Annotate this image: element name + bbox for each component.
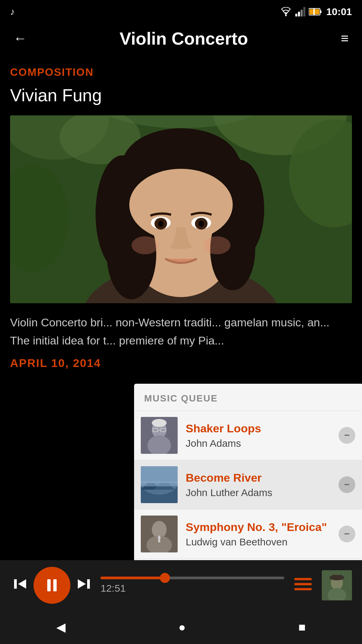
queue-item[interactable]: Symphony No. 3, "Eroica" Ludwig van Beet… bbox=[134, 509, 362, 559]
queue-item-thumb-beethoven bbox=[141, 516, 178, 552]
music-note-icon: ♪ bbox=[10, 6, 15, 17]
description-text: Violin Concerto bri... non-Western tradi… bbox=[10, 313, 352, 350]
queue-item[interactable]: Become River John Luther Adams − bbox=[134, 460, 362, 509]
queue-item-title-shaker: Shaker Loops bbox=[186, 422, 335, 435]
svg-rect-1 bbox=[295, 14, 297, 16]
progress-handle[interactable] bbox=[160, 573, 170, 583]
svg-point-31 bbox=[198, 221, 204, 227]
queue-item-thumb-shaker bbox=[141, 417, 178, 454]
svg-rect-3 bbox=[301, 10, 303, 16]
svg-rect-57 bbox=[294, 578, 312, 580]
queue-item-thumb-river bbox=[141, 466, 178, 503]
queue-item-info-shaker: Shaker Loops John Adams bbox=[186, 422, 335, 449]
player-time: 12:51 bbox=[101, 583, 284, 594]
header: ← Violin Concerto ≡ bbox=[0, 21, 362, 56]
battery-icon bbox=[309, 8, 322, 16]
prev-button[interactable] bbox=[10, 574, 30, 597]
progress-bar[interactable] bbox=[101, 577, 284, 579]
svg-point-40 bbox=[152, 419, 167, 427]
queue-remove-shaker[interactable]: − bbox=[339, 427, 355, 444]
svg-rect-4 bbox=[303, 7, 305, 16]
prev-icon bbox=[13, 577, 27, 591]
svg-marker-55 bbox=[78, 579, 86, 589]
svg-point-0 bbox=[285, 15, 287, 16]
queue-item-artist-shaker: John Adams bbox=[186, 438, 335, 449]
signal-icon bbox=[295, 7, 305, 16]
queue-toggle-button[interactable] bbox=[291, 573, 315, 598]
next-icon bbox=[77, 577, 90, 591]
section-label: COMPOSITION bbox=[10, 66, 352, 78]
svg-rect-47 bbox=[141, 481, 178, 486]
composer-image bbox=[10, 115, 352, 303]
svg-rect-46 bbox=[141, 466, 178, 483]
pause-icon bbox=[47, 579, 57, 591]
pause-bar-left bbox=[47, 579, 51, 591]
pause-bar-right bbox=[53, 579, 57, 591]
queue-header: MUSIC QUEUE bbox=[134, 384, 362, 411]
status-icons bbox=[280, 7, 322, 16]
svg-marker-53 bbox=[18, 579, 26, 589]
svg-point-30 bbox=[158, 221, 164, 227]
nav-recents-button[interactable]: ■ bbox=[288, 615, 316, 639]
main-content: COMPOSITION Vivian Fung bbox=[0, 56, 362, 370]
date-label: APRIL 10, 2014 bbox=[10, 357, 352, 370]
svg-rect-2 bbox=[298, 12, 300, 16]
nav-back-button[interactable]: ◀ bbox=[46, 615, 76, 639]
page-title: Violin Concerto bbox=[120, 29, 248, 49]
next-button[interactable] bbox=[74, 574, 94, 597]
svg-rect-6 bbox=[320, 10, 321, 13]
queue-item-artist-beethoven: Ludwig van Beethoven bbox=[186, 536, 335, 548]
pause-button[interactable] bbox=[34, 567, 70, 604]
queue-item-artist-river: John Luther Adams bbox=[186, 487, 335, 498]
status-bar-right: 10:01 bbox=[280, 6, 352, 17]
svg-rect-58 bbox=[294, 583, 312, 585]
player-bar: 12:51 bbox=[0, 560, 362, 610]
queue-item-info-beethoven: Symphony No. 3, "Eroica" Ludwig van Beet… bbox=[186, 521, 335, 548]
queue-item-title-beethoven: Symphony No. 3, "Eroica" bbox=[186, 521, 335, 534]
composer-portrait-svg bbox=[10, 115, 352, 303]
svg-rect-56 bbox=[87, 579, 90, 589]
progress-fill bbox=[101, 577, 165, 579]
player-progress-section: 12:51 bbox=[101, 577, 284, 594]
svg-point-33 bbox=[203, 236, 231, 255]
beethoven-thumb-art bbox=[141, 516, 178, 552]
svg-rect-59 bbox=[294, 588, 312, 590]
clock: 10:01 bbox=[326, 6, 352, 17]
wifi-icon bbox=[280, 7, 292, 16]
queue-icon bbox=[294, 577, 312, 591]
queue-item-info-river: Become River John Luther Adams bbox=[186, 471, 335, 498]
queue-item-title-river: Become River bbox=[186, 471, 335, 484]
svg-point-32 bbox=[131, 236, 159, 255]
queue-remove-river[interactable]: − bbox=[339, 476, 355, 493]
composer-name: Vivian Fung bbox=[10, 85, 352, 105]
music-queue-panel: MUSIC QUEUE Shaker Loops bbox=[134, 384, 362, 577]
now-playing-thumb bbox=[322, 570, 352, 600]
player-thumb-art bbox=[322, 570, 352, 600]
queue-item[interactable]: Shaker Loops John Adams − bbox=[134, 411, 362, 460]
player-controls bbox=[10, 567, 94, 604]
back-button[interactable]: ← bbox=[10, 28, 30, 49]
svg-rect-52 bbox=[158, 536, 160, 542]
minus-icon: − bbox=[344, 431, 350, 440]
shaker-thumb-art bbox=[141, 417, 178, 454]
minus-icon: − bbox=[344, 480, 350, 489]
status-bar: ♪ 10:01 bbox=[0, 0, 362, 21]
queue-title: MUSIC QUEUE bbox=[144, 393, 352, 404]
nav-bar: ◀ ● ■ bbox=[0, 610, 362, 644]
minus-icon: − bbox=[344, 529, 350, 539]
svg-rect-8 bbox=[313, 9, 315, 15]
river-thumb-art bbox=[141, 466, 178, 503]
svg-rect-54 bbox=[14, 579, 17, 589]
nav-home-button[interactable]: ● bbox=[168, 615, 196, 639]
svg-rect-64 bbox=[332, 575, 342, 580]
queue-remove-beethoven[interactable]: − bbox=[339, 526, 355, 542]
menu-button[interactable]: ≡ bbox=[338, 28, 352, 49]
